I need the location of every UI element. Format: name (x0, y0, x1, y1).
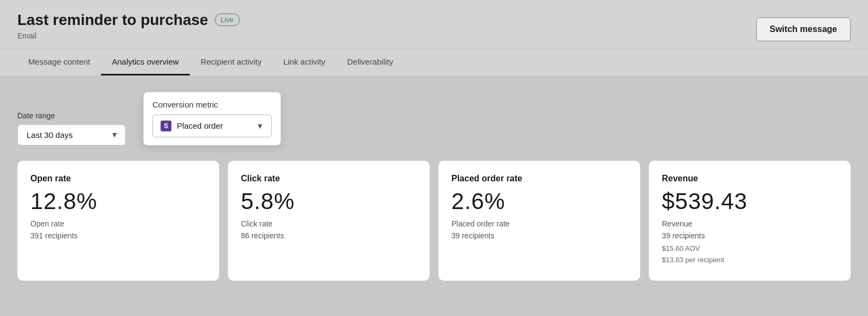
tab-analytics-overview[interactable]: Analytics overview (101, 49, 189, 75)
open-rate-sublabel: Open rate (30, 219, 206, 228)
revenue-title: Revenue (662, 174, 838, 184)
tab-message-content[interactable]: Message content (17, 49, 101, 75)
revenue-recipients: 39 recipients (662, 231, 838, 240)
open-rate-title: Open rate (30, 174, 206, 184)
placed-order-rate-sublabel: Placed order rate (451, 219, 627, 228)
date-range-select-wrapper: Last 7 days Last 30 days Last 90 days Al… (17, 124, 126, 146)
placed-order-rate-value: 2.6% (451, 189, 627, 214)
live-badge: Live (215, 14, 240, 26)
revenue-value: $539.43 (662, 189, 838, 214)
click-rate-title: Click rate (241, 174, 417, 184)
page-wrapper: Last reminder to purchase Live Email Swi… (0, 0, 868, 316)
open-rate-value: 12.8% (30, 189, 206, 214)
revenue-extra: $15.60 AOV$13.83 per recipient (662, 243, 838, 266)
click-rate-card: Click rate 5.8% Click rate 86 recipients (228, 161, 430, 281)
date-range-select[interactable]: Last 7 days Last 30 days Last 90 days Al… (17, 124, 126, 146)
tab-deliverability[interactable]: Deliverability (336, 49, 404, 75)
header-left: Last reminder to purchase Live Email (17, 11, 240, 49)
placed-order-rate-recipients: 39 recipients (451, 231, 627, 240)
date-range-label: Date range (17, 111, 126, 120)
tabs-bar: Message content Analytics overview Recip… (0, 49, 868, 75)
conversion-metric-chevron-icon: ▼ (256, 122, 264, 130)
open-rate-recipients: 391 recipients (30, 231, 206, 240)
metrics-cards-row: Open rate 12.8% Open rate 391 recipients… (17, 161, 851, 281)
click-rate-value: 5.8% (241, 189, 417, 214)
page-title: Last reminder to purchase (17, 11, 208, 29)
content-area: Date range Last 7 days Last 30 days Last… (0, 75, 868, 316)
click-rate-recipients: 86 recipients (241, 231, 417, 240)
shopify-icon: S (161, 121, 171, 131)
open-rate-card: Open rate 12.8% Open rate 391 recipients (17, 161, 219, 281)
conversion-metric-value: Placed order (177, 121, 251, 130)
conversion-metric-dropdown: Conversion metric S Placed order ▼ (143, 92, 281, 146)
conversion-metric-label: Conversion metric (152, 100, 272, 109)
revenue-sublabel: Revenue (662, 219, 838, 228)
tab-recipient-activity[interactable]: Recipient activity (190, 49, 273, 75)
page-subtitle: Email (17, 31, 240, 40)
placed-order-rate-title: Placed order rate (451, 174, 627, 184)
placed-order-rate-card: Placed order rate 2.6% Placed order rate… (438, 161, 640, 281)
controls-row: Date range Last 7 days Last 30 days Last… (17, 92, 851, 146)
date-range-group: Date range Last 7 days Last 30 days Last… (17, 111, 126, 146)
switch-message-button[interactable]: Switch message (756, 17, 851, 41)
click-rate-sublabel: Click rate (241, 219, 417, 228)
tab-link-activity[interactable]: Link activity (272, 49, 336, 75)
conversion-metric-select[interactable]: S Placed order ▼ (152, 115, 272, 137)
revenue-card: Revenue $539.43 Revenue 39 recipients $1… (649, 161, 851, 281)
title-row: Last reminder to purchase Live (17, 11, 240, 29)
header: Last reminder to purchase Live Email Swi… (0, 0, 868, 49)
